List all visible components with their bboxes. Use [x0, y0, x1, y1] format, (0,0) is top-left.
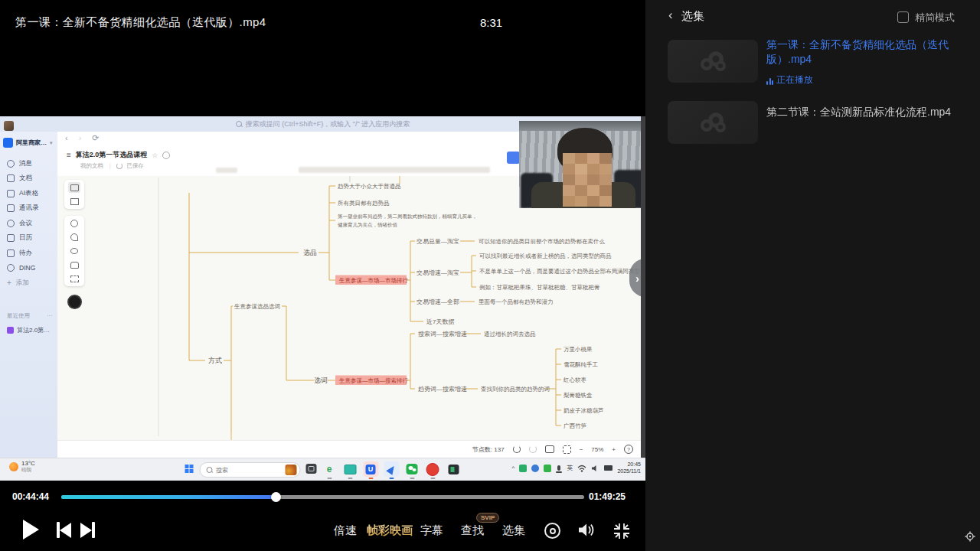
minimap-icon: [545, 445, 554, 453]
playing-bars-icon: [766, 77, 773, 86]
weather-widget: 13°C 晴朗: [9, 461, 35, 473]
mindmap-node: 方式: [208, 357, 222, 364]
episode-thumbnail[interactable]: [668, 40, 758, 83]
speed-button[interactable]: 倍速: [334, 523, 357, 538]
picture-in-picture-icon[interactable]: [544, 523, 560, 539]
volume-tray-icon: [591, 465, 599, 472]
cinema-mode-button[interactable]: 帧彩映画: [367, 523, 413, 538]
node-count: 节点数: 137: [472, 445, 505, 454]
tray-green-icon: [519, 465, 527, 472]
rec-dingtalk-nav: 阿里商家… ▾ 消息 文档 AI表格 通讯录 会议 日历 待办 DING +添加: [0, 132, 57, 459]
mindmap-node: 红心软枣: [563, 377, 587, 383]
find-button[interactable]: 查找: [461, 523, 484, 538]
rec-nav-calendar: 日历: [0, 231, 57, 246]
mindmap-node: 不是单单上这一个品，而是要通过这个趋势品全部布局满同类型: [479, 268, 641, 275]
edge-browser-icon: e: [322, 461, 337, 477]
exit-fullscreen-button[interactable]: [613, 523, 630, 540]
mindmap-node: 里面每一个品都有趋势和潜力: [479, 298, 554, 305]
mindmap-node: 奶皮子冰糖葫芦: [564, 407, 604, 414]
undo-icon: [513, 445, 521, 453]
rec-nav-messages: 消息: [0, 156, 57, 171]
battery-icon: [604, 465, 612, 471]
rec-nav-docs: 文档: [0, 171, 57, 187]
doc-subtitle: 我的文档 ｜ 已保存: [80, 162, 144, 170]
seek-knob[interactable]: [271, 492, 281, 502]
cursor-app-icon: [384, 461, 399, 477]
cloud-sync-icon: [116, 163, 122, 169]
calendar-icon: [7, 234, 15, 242]
back-icon: ‹: [65, 133, 68, 143]
workspace-switcher: 阿里商家… ▾: [3, 138, 53, 148]
mindmap-node: 搜索词—搜索增速: [418, 331, 467, 337]
next-episode-button[interactable]: [80, 522, 95, 538]
task-view-icon: [305, 464, 316, 474]
share-button: [507, 152, 520, 164]
rec-mindmap-canvas: 趋势大于小众大于普通品 所有类目都有趋势品 第一壁垒前布局趋势，第二周看款式独特…: [57, 176, 645, 440]
zoom-in-icon: +: [612, 446, 616, 453]
rec-nav-meeting: 会议: [0, 216, 57, 231]
mindmap-node: 可以知道你的品类目前整个市场的趋势都在卖什么: [479, 238, 606, 245]
outline-menu-icon: ≡: [67, 151, 71, 159]
rec-search-placeholder: 搜索或提问 (Ctrl+Shift+F)，或输入 "/" 进入应用内搜索: [246, 119, 410, 129]
mindmap-node: 例如：甘草枇杷果珠、甘草枇杷糖、甘草枇杷膏: [479, 284, 600, 291]
rec-nav-ding: DING: [0, 261, 57, 276]
search-icon: [206, 467, 212, 473]
total-time: 01:49:25: [589, 491, 626, 502]
weather-icon: [9, 462, 18, 471]
redo-icon: [529, 445, 537, 453]
workspace-name: 阿里商家…: [16, 139, 47, 147]
doc-title: 算法2.0第一节选品课程: [76, 150, 148, 160]
zoom-level: 75%: [591, 446, 603, 453]
table-icon: [7, 190, 15, 197]
episode-title-playing[interactable]: 第一课：全新不备货精细化选品（迭代版）.mp4: [766, 37, 965, 67]
mindmap-node: 梨膏糖铁盒: [564, 392, 593, 399]
chat-icon: [7, 160, 15, 168]
tray-blue-icon: [531, 465, 539, 472]
previous-episode-button[interactable]: [57, 522, 71, 538]
help-icon: ?: [624, 445, 633, 454]
episodes-sidebar: ‹ 选集 精简模式 第一课：全新不备货精细化选品（迭代版）.mp4 正在播放 第…: [645, 0, 980, 551]
sidebar-title: 选集: [681, 9, 704, 24]
doc-icon: [7, 174, 15, 182]
mindmap-node: 健康育儿为卖点，情绪价值: [338, 222, 398, 228]
volume-button[interactable]: [577, 523, 596, 537]
mindmap-node-highlighted: 生意参谋—市场—搜索排行: [338, 377, 409, 384]
dark-app-icon: [446, 461, 461, 477]
clock: 8:31: [480, 16, 502, 29]
settings-gear-icon[interactable]: [965, 531, 975, 542]
back-chevron-icon[interactable]: ‹: [668, 8, 673, 21]
video-player-area: 第一课：全新不备货精细化选品（迭代版）.mp4 8:31 搜索或提问 (Ctrl…: [0, 0, 645, 551]
taskbar-center: 搜索 e U: [185, 461, 461, 478]
seek-bar[interactable]: [61, 495, 584, 499]
subtitles-button[interactable]: 字幕: [420, 523, 443, 538]
episode-thumbnail[interactable]: [668, 101, 758, 144]
workspace-icon: [3, 138, 13, 148]
rec-nav-contacts: 通讯录: [0, 201, 57, 217]
refresh-icon: ⟳: [92, 133, 99, 143]
mindmap-node: 交易总量—淘宝: [416, 238, 459, 245]
rec-windows-taskbar: 13°C 晴朗 搜索 e U: [0, 458, 645, 481]
mindmap-node: 雪花酥纯手工: [564, 361, 599, 368]
play-button[interactable]: [23, 520, 39, 540]
compact-mode-checkbox[interactable]: [897, 11, 909, 23]
recent-label: 最近使用···: [7, 312, 53, 320]
rec-nav-list: 消息 文档 AI表格 通讯录 会议 日历 待办 DING +添加: [0, 156, 57, 291]
rec-nav-add: +添加: [0, 276, 57, 291]
search-highlight-image: [285, 465, 296, 475]
mindmap-node: 交易增速—淘宝: [416, 269, 459, 276]
microphone-icon: [557, 465, 560, 471]
fit-view-icon: [563, 445, 571, 454]
episode-title[interactable]: 第二节课：全站测新品标准化流程.mp4: [766, 106, 973, 119]
video-frame[interactable]: 搜索或提问 (Ctrl+Shift+F)，或输入 "/" 进入应用内搜索 阿里商…: [0, 116, 645, 481]
camera-icon: [7, 220, 15, 227]
search-icon: [236, 121, 242, 127]
tray-wechat-icon: [544, 465, 551, 472]
mindmap-node: 选词: [314, 377, 328, 384]
now-playing-status: 正在播放: [766, 73, 813, 86]
rec-mindmap-statusbar: 节点数: 137 − 75% + ?: [57, 440, 645, 458]
mindmap-node: 生意参谋选品选词: [234, 303, 280, 310]
rec-nav-ai-table: AI表格: [0, 186, 57, 201]
episodes-button[interactable]: 选集: [502, 523, 525, 538]
taskbar-tray: ^ 英 20:45 2025/11/1: [512, 461, 641, 475]
mindmap-node-highlighted: 生意参谋—市场—市场排行: [338, 277, 409, 284]
